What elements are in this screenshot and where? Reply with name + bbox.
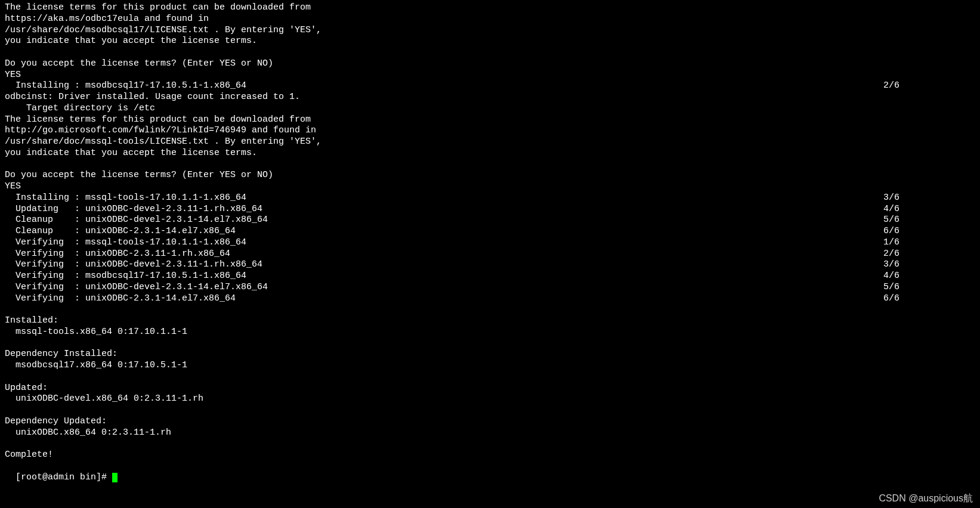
terminal-line: The license terms for this product can b… — [5, 114, 899, 126]
terminal-line — [5, 438, 899, 450]
terminal-line — [5, 159, 899, 171]
terminal-line — [5, 371, 899, 383]
terminal-line-text: Complete! — [5, 450, 53, 461]
terminal-line: Target directory is /etc — [5, 103, 899, 114]
terminal-line: you indicate that you accept the license… — [5, 148, 899, 159]
terminal-line — [5, 338, 899, 349]
terminal-line: Updating : unixODBC-devel-2.3.11-1.rh.x8… — [5, 204, 899, 215]
terminal-line-text: The license terms for this product can b… — [5, 2, 311, 14]
terminal-line: mssql-tools.x86_64 0:17.10.1.1-1 — [5, 327, 899, 338]
terminal-line: unixODBC.x86_64 0:2.3.11-1.rh — [5, 428, 899, 439]
terminal-line-text — [5, 438, 10, 450]
terminal-line-text: Verifying : unixODBC-2.3.11-1.rh.x86_64 — [5, 249, 230, 260]
terminal-line: Do you accept the license terms? (Enter … — [5, 58, 899, 70]
terminal-line-text: Verifying : unixODBC-devel-2.3.11-1.rh.x… — [5, 259, 262, 271]
terminal-line: Verifying : msodbcsql17-17.10.5.1-1.x86_… — [5, 271, 899, 282]
terminal-line-text: Cleanup : unixODBC-2.3.1-14.el7.x86_64 — [5, 226, 236, 237]
terminal-line-text: mssql-tools.x86_64 0:17.10.1.1-1 — [5, 327, 187, 338]
terminal-line-text: Installing : mssql-tools-17.10.1.1-1.x86… — [5, 193, 246, 204]
terminal-line: Dependency Updated: — [5, 416, 899, 428]
terminal-line: https://aka.ms/odbc17eula and found in — [5, 14, 899, 25]
terminal-line-text: /usr/share/doc/msodbcsql17/LICENSE.txt .… — [5, 25, 321, 36]
terminal-line-text: http://go.microsoft.com/fwlink/?LinkId=7… — [5, 125, 316, 137]
terminal-line-progress: 1/6 — [883, 237, 899, 249]
terminal-line-text: Installed: — [5, 315, 58, 327]
terminal-line-text: Installing : msodbcsql17-17.10.5.1-1.x86… — [5, 80, 246, 92]
terminal-line-text — [5, 159, 10, 171]
terminal-line-progress: 2/6 — [883, 80, 899, 92]
terminal-line: Installing : mssql-tools-17.10.1.1-1.x86… — [5, 193, 899, 204]
terminal-line-text: you indicate that you accept the license… — [5, 36, 257, 47]
terminal-line: Installed: — [5, 315, 899, 327]
terminal-line: odbcinst: Driver installed. Usage count … — [5, 92, 899, 103]
terminal-line: /usr/share/doc/mssql-tools/LICENSE.txt .… — [5, 137, 899, 148]
terminal-line-text: Do you accept the license terms? (Enter … — [5, 170, 273, 181]
terminal-line-progress: 5/6 — [883, 215, 899, 226]
terminal-line: unixODBC-devel.x86_64 0:2.3.11-1.rh — [5, 394, 899, 405]
terminal-line-progress: 3/6 — [883, 259, 899, 271]
terminal-line-text: The license terms for this product can b… — [5, 114, 311, 126]
terminal-line-text — [5, 338, 10, 349]
terminal-line: Cleanup : unixODBC-2.3.1-14.el7.x86_646/… — [5, 226, 899, 237]
terminal-line — [5, 47, 899, 58]
terminal-line: Verifying : unixODBC-2.3.1-14.el7.x86_64… — [5, 293, 899, 305]
terminal-line: YES — [5, 70, 899, 81]
terminal-line-text: Cleanup : unixODBC-devel-2.3.1-14.el7.x8… — [5, 215, 268, 226]
terminal-line: Complete! — [5, 450, 899, 461]
terminal-line-text — [5, 47, 10, 58]
terminal-line: Verifying : unixODBC-devel-2.3.1-14.el7.… — [5, 282, 899, 293]
terminal-line: Updated: — [5, 383, 899, 394]
terminal-line-text: you indicate that you accept the license… — [5, 148, 257, 159]
terminal-line-progress: 4/6 — [883, 271, 899, 282]
terminal-line: The license terms for this product can b… — [5, 2, 899, 14]
terminal-line-text: https://aka.ms/odbc17eula and found in — [5, 14, 209, 25]
terminal-line: Dependency Installed: — [5, 349, 899, 360]
terminal-line — [5, 304, 899, 315]
terminal-line-text — [5, 371, 10, 383]
terminal-line-text: YES — [5, 70, 21, 81]
terminal-line-text: msodbcsql17.x86_64 0:17.10.5.1-1 — [5, 360, 187, 371]
terminal-line-text: Do you accept the license terms? (Enter … — [5, 58, 273, 70]
terminal-line-text: Dependency Installed: — [5, 349, 118, 360]
terminal-output[interactable]: The license terms for this product can b… — [5, 2, 975, 461]
terminal-line-text: odbcinst: Driver installed. Usage count … — [5, 92, 300, 103]
terminal-line-text: Verifying : unixODBC-2.3.1-14.el7.x86_64 — [5, 293, 236, 305]
shell-prompt: [root@admin bin]# — [16, 472, 112, 482]
terminal-line: Verifying : unixODBC-devel-2.3.11-1.rh.x… — [5, 259, 899, 271]
terminal-line-progress: 2/6 — [883, 249, 899, 260]
terminal-line: Verifying : mssql-tools-17.10.1.1-1.x86_… — [5, 237, 899, 249]
terminal-line: YES — [5, 181, 899, 193]
command-prompt-line[interactable]: [root@admin bin]# — [5, 461, 975, 484]
terminal-line-text: Dependency Updated: — [5, 416, 107, 428]
terminal-line-text: Verifying : msodbcsql17-17.10.5.1-1.x86_… — [5, 271, 246, 282]
terminal-line-text: Target directory is /etc — [5, 103, 155, 114]
terminal-line-progress: 6/6 — [883, 226, 899, 237]
terminal-line: msodbcsql17.x86_64 0:17.10.5.1-1 — [5, 360, 899, 371]
terminal-line-text: /usr/share/doc/mssql-tools/LICENSE.txt .… — [5, 137, 321, 148]
terminal-line-text — [5, 304, 10, 315]
terminal-line-progress: 5/6 — [883, 282, 899, 293]
terminal-line: Cleanup : unixODBC-devel-2.3.1-14.el7.x8… — [5, 215, 899, 226]
terminal-line: http://go.microsoft.com/fwlink/?LinkId=7… — [5, 125, 899, 137]
terminal-line: Verifying : unixODBC-2.3.11-1.rh.x86_642… — [5, 249, 899, 260]
terminal-line-progress: 3/6 — [883, 193, 899, 204]
terminal-line: /usr/share/doc/msodbcsql17/LICENSE.txt .… — [5, 25, 899, 36]
terminal-line-text: unixODBC.x86_64 0:2.3.11-1.rh — [5, 428, 171, 439]
cursor-icon — [112, 473, 118, 482]
watermark-text: CSDN @auspicious航 — [879, 492, 973, 504]
terminal-line-text — [5, 405, 10, 416]
terminal-line-text: YES — [5, 181, 21, 193]
terminal-line-progress: 6/6 — [883, 293, 899, 305]
terminal-line: Do you accept the license terms? (Enter … — [5, 170, 899, 181]
terminal-line: Installing : msodbcsql17-17.10.5.1-1.x86… — [5, 80, 899, 92]
terminal-line: you indicate that you accept the license… — [5, 36, 899, 47]
terminal-line-text: Updating : unixODBC-devel-2.3.11-1.rh.x8… — [5, 204, 262, 215]
terminal-line-text: unixODBC-devel.x86_64 0:2.3.11-1.rh — [5, 394, 203, 405]
terminal-line-text: Verifying : mssql-tools-17.10.1.1-1.x86_… — [5, 237, 246, 249]
terminal-line — [5, 405, 899, 416]
terminal-line-text: Updated: — [5, 383, 48, 394]
terminal-line-text: Verifying : unixODBC-devel-2.3.1-14.el7.… — [5, 282, 268, 293]
terminal-line-progress: 4/6 — [883, 204, 899, 215]
